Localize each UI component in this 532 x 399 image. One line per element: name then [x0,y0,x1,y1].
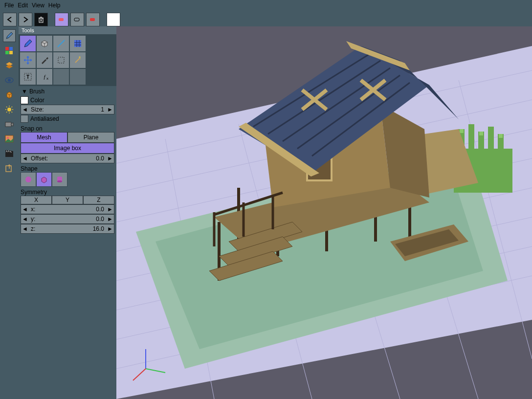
size-decrease[interactable]: ◄ [21,106,29,113]
antialiased-label: Antialiased [30,115,59,122]
shape-cube[interactable] [36,172,52,187]
shape-header: Shape [21,165,114,172]
sym-z-row[interactable]: ◄z:16.0► [21,224,114,234]
svg-rect-3 [90,18,95,21]
offset-label: Offset: [29,155,50,162]
eraser-red-button[interactable] [86,13,100,26]
tool-text[interactable]: T [20,68,36,85]
svg-rect-6 [5,51,9,54]
back-button[interactable] [3,13,17,26]
sun-icon[interactable] [3,104,15,115]
tool-grid[interactable] [69,35,86,52]
svg-point-25 [57,180,62,182]
left-toolbar [0,26,19,399]
cube-edit-icon[interactable] [3,89,15,101]
scene-render [116,26,532,399]
svg-rect-14 [5,152,13,157]
symmetry-header: Symmetry [21,189,114,196]
sym-axis-x[interactable]: X [21,196,52,204]
menu-edit[interactable]: Edit [16,2,29,9]
trash-button[interactable] [34,13,48,26]
svg-rect-7 [9,51,13,54]
size-slider[interactable]: ◄ Size: 1 ► [21,105,114,114]
clapperboard-icon[interactable] [3,148,15,159]
svg-point-13 [7,137,9,139]
sym-axis-y[interactable]: Y [52,196,83,204]
export-icon[interactable] [3,162,15,174]
sym-axis-z[interactable]: Z [83,196,114,204]
snap-imagebox[interactable]: Image box [21,143,114,154]
eraser-soft-button[interactable] [55,13,68,26]
svg-point-10 [7,108,11,111]
tool-grid: T fx [19,34,116,86]
color-swatch-button[interactable] [107,13,120,26]
sym-x-row[interactable]: ◄x:0.0► [21,204,114,214]
svg-text:T: T [26,74,29,80]
tools-panel: Tools T fx ▼Brush Color ◄ Size: 1 ► An [19,26,116,399]
snap-segment: Mesh Plane [21,132,114,143]
image-icon[interactable] [3,133,15,145]
snap-header: Snap on [21,125,114,132]
menubar: File Edit View Help [0,0,532,11]
svg-point-9 [8,79,11,82]
eye-icon[interactable] [3,74,15,86]
offset-slider[interactable]: ◄ Offset: 0.0 ► [21,154,114,163]
svg-rect-1 [59,18,64,21]
svg-rect-17 [58,57,64,63]
sym-y-row[interactable]: ◄y:0.0► [21,214,114,224]
svg-rect-37 [479,132,483,135]
palette-icon[interactable] [3,45,15,57]
caret-down-icon: ▼ [22,88,27,95]
offset-increase[interactable]: ► [106,155,114,162]
menu-file[interactable]: File [3,2,15,9]
color-label: Color [30,97,44,104]
brush-header[interactable]: ▼Brush [21,87,114,96]
svg-text:f: f [44,74,46,80]
tool-move[interactable] [20,52,36,68]
panel-title: Tools [19,26,116,34]
size-increase[interactable]: ► [106,106,114,113]
tool-eyedropper[interactable] [36,52,53,68]
svg-rect-38 [499,134,503,138]
size-label: Size: [29,106,46,113]
tool-line[interactable] [53,35,69,52]
svg-rect-32 [468,124,474,154]
svg-text:x: x [46,76,48,81]
tool-empty [69,68,86,85]
svg-rect-15 [6,166,11,172]
snap-plane[interactable]: Plane [67,132,114,143]
svg-rect-36 [460,129,464,133]
shape-sphere[interactable] [21,172,36,187]
brush-color-swatch[interactable] [21,96,28,104]
eraser-line-button[interactable] [70,13,84,26]
svg-rect-33 [478,132,484,158]
viewport-3d[interactable] [116,26,532,399]
svg-rect-11 [5,122,11,127]
forward-button[interactable] [19,13,32,26]
antialiased-checkbox[interactable] [21,115,28,123]
menu-view[interactable]: View [30,2,46,9]
menu-help[interactable]: Help [47,2,62,9]
shape-cylinder[interactable] [52,172,67,187]
layers-icon[interactable] [3,60,15,71]
offset-value: 0.0 [50,155,106,162]
svg-rect-4 [5,47,9,50]
brush-icon[interactable] [3,29,16,42]
svg-rect-16 [74,40,81,47]
tool-wand[interactable] [69,52,86,68]
svg-rect-34 [488,127,494,158]
svg-rect-5 [9,47,13,50]
svg-point-22 [25,177,31,182]
tool-empty [53,68,69,85]
tool-fx[interactable]: fx [36,68,53,85]
camera-icon[interactable] [3,118,15,130]
snap-mesh[interactable]: Mesh [21,132,67,143]
offset-decrease[interactable]: ◄ [21,155,29,162]
svg-rect-2 [74,18,79,21]
tool-marquee[interactable] [53,52,69,68]
tool-cube[interactable] [36,35,53,52]
tool-pencil[interactable] [20,35,36,52]
size-value: 1 [46,106,106,113]
top-toolbar [0,11,532,28]
